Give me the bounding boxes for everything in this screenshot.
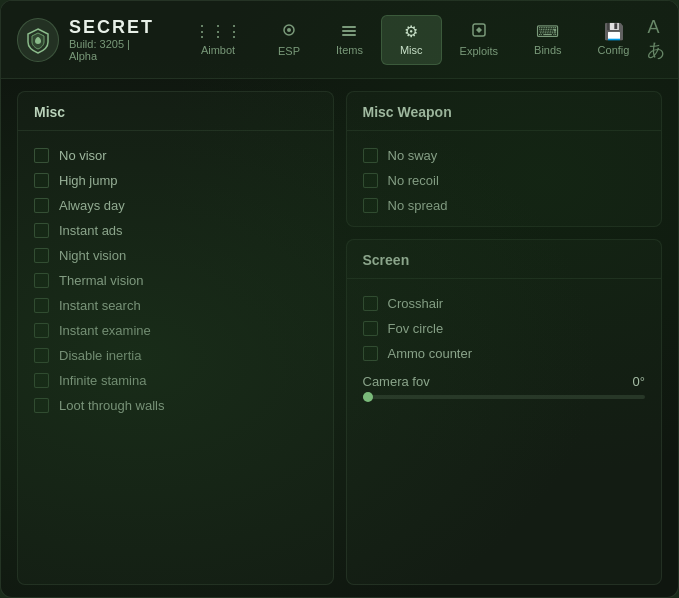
checkbox-infinite-stamina[interactable] xyxy=(34,373,49,388)
tab-config[interactable]: 💾 Config xyxy=(580,16,648,64)
checkbox-ammo-counter[interactable] xyxy=(363,346,378,361)
label-no-visor: No visor xyxy=(59,148,107,163)
brand-name: SECRET xyxy=(69,17,156,38)
check-infinite-stamina[interactable]: Infinite stamina xyxy=(30,368,321,393)
check-night-vision[interactable]: Night vision xyxy=(30,243,321,268)
label-high-jump: High jump xyxy=(59,173,118,188)
nav-tabs: ⋮⋮⋮ Aimbot ESP Items ⚙ Misc xyxy=(176,14,647,65)
tab-misc[interactable]: ⚙ Misc xyxy=(381,15,442,65)
label-instant-search: Instant search xyxy=(59,298,141,313)
checkbox-instant-ads[interactable] xyxy=(34,223,49,238)
svg-rect-2 xyxy=(342,26,356,28)
check-no-sway[interactable]: No sway xyxy=(359,143,650,168)
checkbox-thermal-vision[interactable] xyxy=(34,273,49,288)
misc-weapon-panel: Misc Weapon No sway No recoil No spread xyxy=(346,91,663,227)
label-instant-ads: Instant ads xyxy=(59,223,123,238)
label-infinite-stamina: Infinite stamina xyxy=(59,373,146,388)
check-loot-through-walls[interactable]: Loot through walls xyxy=(30,393,321,418)
tab-items[interactable]: Items xyxy=(318,16,381,64)
misc-weapon-panel-body: No sway No recoil No spread xyxy=(347,135,662,226)
label-disable-inertia: Disable inertia xyxy=(59,348,141,363)
lang-button[interactable]: Aあ xyxy=(647,22,665,58)
screen-panel-body: Crosshair Fov circle Ammo counter Camera… xyxy=(347,283,662,415)
label-crosshair: Crosshair xyxy=(388,296,444,311)
items-icon xyxy=(341,24,357,40)
screen-panel-title: Screen xyxy=(347,240,662,279)
checkbox-no-sway[interactable] xyxy=(363,148,378,163)
check-no-spread[interactable]: No spread xyxy=(359,193,650,218)
check-instant-ads[interactable]: Instant ads xyxy=(30,218,321,243)
misc-panel: Misc No visor High jump Always day Insta… xyxy=(17,91,334,585)
tab-aimbot[interactable]: ⋮⋮⋮ Aimbot xyxy=(176,16,260,64)
checkbox-fov-circle[interactable] xyxy=(363,321,378,336)
check-disable-inertia[interactable]: Disable inertia xyxy=(30,343,321,368)
label-always-day: Always day xyxy=(59,198,125,213)
checkbox-no-visor[interactable] xyxy=(34,148,49,163)
checkbox-always-day[interactable] xyxy=(34,198,49,213)
camera-fov-thumb[interactable] xyxy=(363,392,373,402)
checkbox-disable-inertia[interactable] xyxy=(34,348,49,363)
checkbox-high-jump[interactable] xyxy=(34,173,49,188)
tab-exploits-label: Exploits xyxy=(460,45,499,57)
binds-icon: ⌨ xyxy=(536,24,559,40)
check-instant-search[interactable]: Instant search xyxy=(30,293,321,318)
label-thermal-vision: Thermal vision xyxy=(59,273,144,288)
label-no-sway: No sway xyxy=(388,148,438,163)
svg-rect-3 xyxy=(342,30,356,32)
logo-icon xyxy=(17,18,59,62)
checkbox-night-vision[interactable] xyxy=(34,248,49,263)
camera-fov-row: Camera fov 0° xyxy=(359,366,650,393)
check-fov-circle[interactable]: Fov circle xyxy=(359,316,650,341)
main-content: Misc No visor High jump Always day Insta… xyxy=(1,79,678,597)
label-no-recoil: No recoil xyxy=(388,173,439,188)
check-ammo-counter[interactable]: Ammo counter xyxy=(359,341,650,366)
brand-build: Build: 3205 | Alpha xyxy=(69,38,156,62)
misc-icon: ⚙ xyxy=(404,24,418,40)
tab-exploits[interactable]: Exploits xyxy=(442,14,517,65)
exploits-icon xyxy=(471,22,487,41)
label-instant-examine: Instant examine xyxy=(59,323,151,338)
header: SECRET Build: 3205 | Alpha ⋮⋮⋮ Aimbot ES… xyxy=(1,1,678,79)
check-high-jump[interactable]: High jump xyxy=(30,168,321,193)
config-icon: 💾 xyxy=(604,24,624,40)
misc-panel-body: No visor High jump Always day Instant ad… xyxy=(18,135,333,426)
svg-rect-4 xyxy=(342,34,356,36)
checkbox-loot-through-walls[interactable] xyxy=(34,398,49,413)
checkbox-instant-examine[interactable] xyxy=(34,323,49,338)
checkbox-crosshair[interactable] xyxy=(363,296,378,311)
tab-misc-label: Misc xyxy=(400,44,423,56)
brand-text: SECRET Build: 3205 | Alpha xyxy=(69,17,156,62)
tab-binds[interactable]: ⌨ Binds xyxy=(516,16,580,64)
logo-area: SECRET Build: 3205 | Alpha xyxy=(17,17,156,62)
check-instant-examine[interactable]: Instant examine xyxy=(30,318,321,343)
checkbox-no-recoil[interactable] xyxy=(363,173,378,188)
checkbox-no-spread[interactable] xyxy=(363,198,378,213)
tab-config-label: Config xyxy=(598,44,630,56)
app-window: SECRET Build: 3205 | Alpha ⋮⋮⋮ Aimbot ES… xyxy=(0,0,679,598)
check-always-day[interactable]: Always day xyxy=(30,193,321,218)
check-no-visor[interactable]: No visor xyxy=(30,143,321,168)
check-no-recoil[interactable]: No recoil xyxy=(359,168,650,193)
screen-panel: Screen Crosshair Fov circle Ammo counter xyxy=(346,239,663,585)
misc-panel-title: Misc xyxy=(18,92,333,131)
label-fov-circle: Fov circle xyxy=(388,321,444,336)
camera-fov-value: 0° xyxy=(633,374,645,389)
esp-icon xyxy=(281,22,297,41)
tab-binds-label: Binds xyxy=(534,44,562,56)
misc-weapon-panel-title: Misc Weapon xyxy=(347,92,662,131)
camera-fov-label: Camera fov xyxy=(363,374,430,389)
tab-aimbot-label: Aimbot xyxy=(201,44,235,56)
tab-esp-label: ESP xyxy=(278,45,300,57)
check-thermal-vision[interactable]: Thermal vision xyxy=(30,268,321,293)
label-ammo-counter: Ammo counter xyxy=(388,346,473,361)
aimbot-icon: ⋮⋮⋮ xyxy=(194,24,242,40)
svg-point-1 xyxy=(287,28,291,32)
label-loot-through-walls: Loot through walls xyxy=(59,398,165,413)
check-crosshair[interactable]: Crosshair xyxy=(359,291,650,316)
tab-esp[interactable]: ESP xyxy=(260,14,318,65)
checkbox-instant-search[interactable] xyxy=(34,298,49,313)
camera-fov-track[interactable] xyxy=(363,395,646,399)
label-night-vision: Night vision xyxy=(59,248,126,263)
tab-items-label: Items xyxy=(336,44,363,56)
right-col: Misc Weapon No sway No recoil No spread xyxy=(346,91,663,585)
